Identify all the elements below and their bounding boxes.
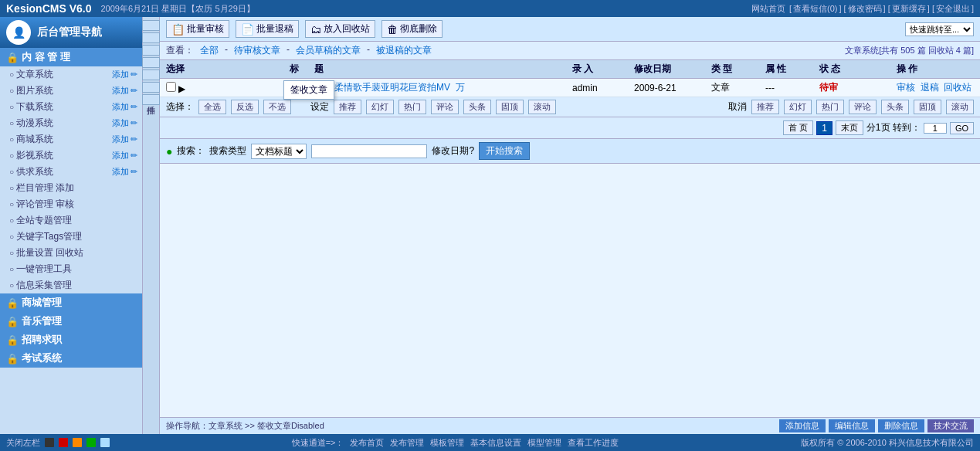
- article-add-btn[interactable]: 添加: [112, 69, 129, 80]
- supply-manage-icon[interactable]: ✏: [131, 167, 137, 177]
- cancel-hot-btn[interactable]: 热门: [816, 100, 844, 114]
- cancel-sticky-btn[interactable]: 固顶: [914, 100, 941, 114]
- mall-icon: 🔒: [6, 297, 19, 309]
- set-sticky-btn[interactable]: 固顶: [496, 100, 524, 114]
- sidebar-item-photo[interactable]: 图片系统 添加 ✏: [0, 83, 142, 99]
- cancel-comment-btn[interactable]: 评论: [849, 100, 877, 114]
- video-manage-icon[interactable]: ✏: [131, 151, 137, 161]
- sidebar-item-comment[interactable]: 评论管理 审核: [0, 196, 142, 212]
- sidebar-item-tool[interactable]: 一键管理工具: [0, 261, 142, 277]
- set-slideshow-btn[interactable]: 幻灯: [366, 100, 394, 114]
- cancel-headline-btn[interactable]: 头条: [881, 100, 909, 114]
- tab-related[interactable]: 相关: [142, 45, 160, 56]
- sidebar-item-video[interactable]: 影视系统 添加 ✏: [0, 148, 142, 164]
- anime-manage-icon[interactable]: ✏: [131, 118, 137, 128]
- first-page-btn[interactable]: 首 页: [783, 120, 813, 135]
- search-input[interactable]: [311, 144, 427, 158]
- download-manage-icon[interactable]: ✏: [131, 102, 137, 112]
- tab-plugin[interactable]: 插件: [142, 94, 160, 105]
- view-pending[interactable]: 待审核文章: [234, 44, 280, 57]
- download-add-btn[interactable]: 添加: [112, 101, 129, 113]
- row-check-input[interactable]: [166, 82, 176, 92]
- footer-publish-mgmt[interactable]: 发布管理: [390, 437, 424, 449]
- delete-info-btn[interactable]: 删除信息: [878, 419, 924, 432]
- sidebar-item-batch[interactable]: 批量设置 回收站: [0, 245, 142, 261]
- sidebar-item-tags[interactable]: 关键字Tags管理: [0, 229, 142, 245]
- photo-add-btn[interactable]: 添加: [112, 85, 129, 97]
- select-inverse-btn[interactable]: 反选: [231, 100, 259, 114]
- update-link[interactable]: 更新缓存: [892, 4, 926, 13]
- cancel-scroll-btn[interactable]: 滚动: [946, 100, 974, 114]
- supply-add-btn[interactable]: 添加: [112, 166, 129, 178]
- set-hot-btn[interactable]: 热门: [398, 100, 426, 114]
- sidebar-item-collect[interactable]: 信息采集管理: [0, 277, 142, 293]
- last-page-btn[interactable]: 末页: [836, 120, 863, 135]
- pwd-link[interactable]: 修改密码: [848, 4, 882, 13]
- tab-content[interactable]: 内容: [142, 20, 160, 31]
- lock-icon: 🔒: [6, 52, 19, 63]
- article-manage-icon[interactable]: ✏: [131, 70, 137, 80]
- op-review[interactable]: 审核: [897, 82, 915, 93]
- search-type-select[interactable]: 文档标题 文档内容 作者 关键词: [251, 144, 307, 159]
- video-add-btn[interactable]: 添加: [112, 150, 129, 161]
- close-left-bar[interactable]: 关闭左栏: [6, 437, 110, 449]
- view-rejected[interactable]: 被退稿的文章: [376, 44, 432, 57]
- view-member-draft[interactable]: 会员草稿的文章: [296, 44, 361, 57]
- op-recycle[interactable]: 回收站: [944, 82, 972, 93]
- home-link[interactable]: 网站首页: [751, 4, 785, 13]
- sidebar-section-exam[interactable]: 🔒 考试系统: [0, 349, 142, 368]
- msg-link[interactable]: 查看短信(0): [793, 4, 837, 13]
- cancel-slideshow-btn[interactable]: 幻灯: [784, 100, 812, 114]
- to-recycle-btn[interactable]: 🗂 放入回收站: [305, 20, 375, 38]
- search-btn[interactable]: 开始搜索: [479, 142, 530, 160]
- sidebar-item-supply[interactable]: 供求系统 添加 ✏: [0, 164, 142, 180]
- sidebar-item-shop[interactable]: 商城系统 添加 ✏: [0, 131, 142, 148]
- tab-settings[interactable]: 设置: [142, 32, 160, 43]
- footer-model-mgmt[interactable]: 模型管理: [527, 437, 561, 449]
- sidebar-item-anime[interactable]: 动漫系统 添加 ✏: [0, 115, 142, 131]
- set-recommend-btn[interactable]: 推荐: [334, 100, 361, 114]
- delete-all-btn[interactable]: 🗑 彻底删除: [381, 20, 443, 38]
- footer-work-progress[interactable]: 查看工作进度: [568, 437, 619, 449]
- sidebar-item-article[interactable]: 文章系统 添加 ✏: [0, 66, 142, 83]
- quick-jump-select[interactable]: 快速跳转至...: [905, 22, 974, 36]
- view-all[interactable]: 全部: [200, 44, 219, 57]
- add-info-btn[interactable]: 添加信息: [779, 419, 826, 432]
- edit-info-btn[interactable]: 编辑信息: [829, 419, 875, 432]
- copyright: 版权所有 © 2006-2010 科兴信息技术有限公司: [801, 437, 974, 449]
- set-headline-btn[interactable]: 头条: [463, 100, 491, 114]
- footer-template-mgmt[interactable]: 模板管理: [430, 437, 464, 449]
- shop-add-btn[interactable]: 添加: [112, 134, 129, 145]
- sidebar-section-content[interactable]: 🔒 内 容 管 理: [0, 48, 142, 66]
- go-btn[interactable]: GO: [950, 122, 974, 134]
- sidebar-item-topic[interactable]: 全站专题管理: [0, 212, 142, 229]
- batch-review-btn[interactable]: 📋 批量审核: [166, 20, 229, 38]
- tab-user[interactable]: 用户: [142, 82, 160, 93]
- sidebar-section-recruit[interactable]: 🔒 招聘求职: [0, 331, 142, 349]
- anime-add-btn[interactable]: 添加: [112, 117, 129, 129]
- sidebar-section-mall[interactable]: 🔒 商城管理: [0, 293, 142, 312]
- select-none-btn[interactable]: 不选: [263, 100, 291, 114]
- cancel-recommend-btn[interactable]: 推荐: [751, 100, 779, 114]
- sidebar-item-column[interactable]: 栏目管理 添加: [0, 180, 142, 196]
- tech-btn[interactable]: 技术交流: [927, 419, 974, 432]
- footer-basic-settings[interactable]: 基本信息设置: [470, 437, 521, 449]
- op-withdraw[interactable]: 退稿: [921, 82, 939, 93]
- page-jump-input[interactable]: 1: [924, 123, 947, 134]
- shop-manage-icon[interactable]: ✏: [131, 134, 137, 144]
- batch-withdraw-btn[interactable]: 📄 批量退稿: [236, 20, 299, 38]
- row-checkbox[interactable]: ▶: [166, 82, 290, 94]
- tab-tag[interactable]: 标签: [142, 70, 160, 80]
- logout-link[interactable]: 安全退出: [936, 4, 970, 13]
- select-all-btn[interactable]: 全选: [198, 100, 226, 114]
- footer-publish-home[interactable]: 发布首页: [350, 437, 384, 449]
- set-scroll-btn[interactable]: 滚动: [528, 100, 556, 114]
- set-comment-btn[interactable]: 评论: [431, 100, 459, 114]
- sidebar-section-music[interactable]: 🔒 音乐管理: [0, 312, 142, 331]
- photo-manage-icon[interactable]: ✏: [131, 86, 137, 96]
- cancel-row: 取消 推荐 幻灯 热门 评论 头条 固顶 滚动: [570, 97, 980, 117]
- batch-withdraw-label: 批量退稿: [256, 22, 293, 36]
- tab-model[interactable]: 模型: [142, 57, 160, 68]
- sidebar-item-download[interactable]: 下载系统 添加 ✏: [0, 99, 142, 115]
- main-wrap: 👤 后台管理导航 🔒 内 容 管 理 文章系统 添加 ✏ 图片系统 添加 ✏ 下…: [0, 17, 980, 434]
